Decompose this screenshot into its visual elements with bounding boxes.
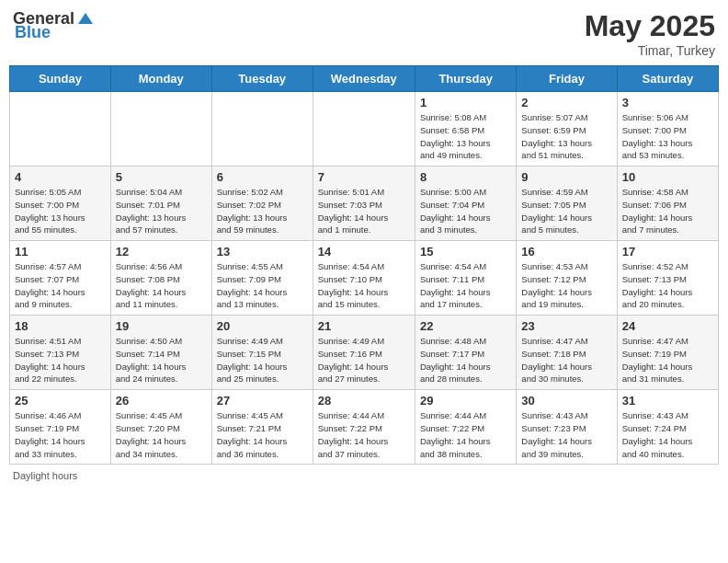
calendar-day-cell: 9Sunrise: 4:59 AMSunset: 7:05 PMDaylight…	[517, 167, 617, 241]
day-info: Sunrise: 4:52 AMSunset: 7:13 PMDaylight:…	[622, 260, 713, 311]
calendar-day-cell: 15Sunrise: 4:54 AMSunset: 7:11 PMDayligh…	[415, 241, 516, 316]
day-number: 18	[15, 319, 106, 333]
day-number: 9	[521, 170, 611, 184]
day-info: Sunrise: 5:00 AMSunset: 7:04 PMDaylight:…	[420, 186, 511, 236]
calendar-day-header: Friday	[517, 66, 617, 92]
day-number: 21	[318, 319, 410, 333]
calendar-day-cell	[313, 92, 415, 167]
day-info: Sunrise: 4:57 AMSunset: 7:07 PMDaylight:…	[15, 260, 106, 311]
calendar-day-cell: 18Sunrise: 4:51 AMSunset: 7:13 PMDayligh…	[10, 316, 111, 390]
calendar-day-cell	[110, 92, 211, 167]
calendar-day-cell: 4Sunrise: 5:05 AMSunset: 7:00 PMDaylight…	[10, 167, 111, 241]
day-number: 27	[217, 394, 308, 408]
logo-icon	[76, 9, 95, 28]
calendar-day-cell: 12Sunrise: 4:56 AMSunset: 7:08 PMDayligh…	[110, 241, 211, 316]
calendar-day-header: Sunday	[10, 66, 111, 92]
calendar-day-cell: 19Sunrise: 4:50 AMSunset: 7:14 PMDayligh…	[110, 316, 211, 390]
day-info: Sunrise: 4:49 AMSunset: 7:15 PMDaylight:…	[217, 335, 308, 385]
day-number: 15	[420, 245, 511, 259]
calendar-day-header: Tuesday	[211, 66, 313, 92]
calendar-week-row: 11Sunrise: 4:57 AMSunset: 7:07 PMDayligh…	[10, 241, 719, 316]
day-info: Sunrise: 4:53 AMSunset: 7:12 PMDaylight:…	[521, 260, 611, 311]
day-info: Sunrise: 4:58 AMSunset: 7:06 PMDaylight:…	[622, 186, 713, 236]
day-number: 20	[217, 319, 308, 333]
calendar-week-row: 4Sunrise: 5:05 AMSunset: 7:00 PMDaylight…	[10, 167, 719, 241]
day-number: 10	[622, 170, 713, 184]
calendar-day-cell: 5Sunrise: 5:04 AMSunset: 7:01 PMDaylight…	[110, 167, 211, 241]
day-number: 12	[116, 245, 207, 259]
day-info: Sunrise: 4:59 AMSunset: 7:05 PMDaylight:…	[521, 186, 611, 236]
day-info: Sunrise: 4:46 AMSunset: 7:19 PMDaylight:…	[15, 409, 106, 460]
calendar-day-cell: 8Sunrise: 5:00 AMSunset: 7:04 PMDaylight…	[415, 167, 516, 241]
day-info: Sunrise: 4:47 AMSunset: 7:18 PMDaylight:…	[521, 335, 611, 385]
calendar-day-cell: 20Sunrise: 4:49 AMSunset: 7:15 PMDayligh…	[211, 316, 313, 390]
day-info: Sunrise: 5:06 AMSunset: 7:00 PMDaylight:…	[622, 111, 713, 162]
page-header: General Blue May 2025 Timar, Turkey	[9, 9, 719, 58]
month-title: May 2025	[585, 9, 715, 43]
calendar-day-cell: 23Sunrise: 4:47 AMSunset: 7:18 PMDayligh…	[517, 316, 617, 390]
day-number: 13	[217, 245, 308, 259]
day-number: 31	[622, 394, 713, 408]
calendar-day-cell: 3Sunrise: 5:06 AMSunset: 7:00 PMDaylight…	[617, 92, 718, 167]
day-info: Sunrise: 5:07 AMSunset: 6:59 PMDaylight:…	[521, 111, 611, 162]
day-number: 19	[116, 319, 207, 333]
footer: Daylight hours	[9, 470, 719, 481]
day-number: 30	[521, 394, 611, 408]
day-info: Sunrise: 5:04 AMSunset: 7:01 PMDaylight:…	[116, 186, 207, 236]
calendar-day-cell: 1Sunrise: 5:08 AMSunset: 6:58 PMDaylight…	[415, 92, 516, 167]
day-info: Sunrise: 4:56 AMSunset: 7:08 PMDaylight:…	[116, 260, 207, 311]
calendar-day-cell: 6Sunrise: 5:02 AMSunset: 7:02 PMDaylight…	[211, 167, 313, 241]
calendar-day-cell: 2Sunrise: 5:07 AMSunset: 6:59 PMDaylight…	[517, 92, 617, 167]
day-info: Sunrise: 4:48 AMSunset: 7:17 PMDaylight:…	[420, 335, 511, 385]
calendar-day-cell: 17Sunrise: 4:52 AMSunset: 7:13 PMDayligh…	[617, 241, 718, 316]
logo: General Blue	[13, 9, 95, 42]
day-number: 22	[420, 319, 511, 333]
calendar-day-cell: 22Sunrise: 4:48 AMSunset: 7:17 PMDayligh…	[415, 316, 516, 390]
day-number: 1	[420, 96, 511, 109]
calendar-week-row: 18Sunrise: 4:51 AMSunset: 7:13 PMDayligh…	[10, 316, 719, 390]
calendar-day-header: Thursday	[415, 66, 516, 92]
calendar-day-cell: 13Sunrise: 4:55 AMSunset: 7:09 PMDayligh…	[211, 241, 313, 316]
day-info: Sunrise: 5:01 AMSunset: 7:03 PMDaylight:…	[318, 186, 410, 236]
day-number: 26	[116, 394, 207, 408]
day-info: Sunrise: 4:43 AMSunset: 7:24 PMDaylight:…	[622, 409, 713, 460]
day-number: 17	[622, 245, 713, 259]
day-number: 28	[318, 394, 410, 408]
day-info: Sunrise: 4:54 AMSunset: 7:11 PMDaylight:…	[420, 260, 511, 311]
day-number: 7	[318, 170, 410, 184]
day-info: Sunrise: 4:55 AMSunset: 7:09 PMDaylight:…	[217, 260, 308, 311]
calendar-day-cell: 16Sunrise: 4:53 AMSunset: 7:12 PMDayligh…	[517, 241, 617, 316]
calendar-day-cell: 10Sunrise: 4:58 AMSunset: 7:06 PMDayligh…	[617, 167, 718, 241]
calendar-day-cell: 14Sunrise: 4:54 AMSunset: 7:10 PMDayligh…	[313, 241, 415, 316]
calendar-day-cell: 31Sunrise: 4:43 AMSunset: 7:24 PMDayligh…	[617, 390, 718, 465]
calendar-day-header: Wednesday	[313, 66, 415, 92]
day-info: Sunrise: 5:02 AMSunset: 7:02 PMDaylight:…	[217, 186, 308, 236]
day-info: Sunrise: 4:47 AMSunset: 7:19 PMDaylight:…	[622, 335, 713, 385]
calendar-day-cell: 24Sunrise: 4:47 AMSunset: 7:19 PMDayligh…	[617, 316, 718, 390]
day-info: Sunrise: 4:50 AMSunset: 7:14 PMDaylight:…	[116, 335, 207, 385]
logo-blue: Blue	[15, 23, 51, 42]
calendar-day-cell: 7Sunrise: 5:01 AMSunset: 7:03 PMDaylight…	[313, 167, 415, 241]
calendar-day-cell: 29Sunrise: 4:44 AMSunset: 7:22 PMDayligh…	[415, 390, 516, 465]
day-number: 11	[15, 245, 106, 259]
day-number: 23	[521, 319, 611, 333]
calendar-day-cell	[211, 92, 313, 167]
day-info: Sunrise: 4:54 AMSunset: 7:10 PMDaylight:…	[318, 260, 410, 311]
calendar-day-header: Saturday	[617, 66, 718, 92]
day-number: 24	[622, 319, 713, 333]
daylight-hours-label: Daylight hours	[13, 470, 77, 481]
day-info: Sunrise: 5:05 AMSunset: 7:00 PMDaylight:…	[15, 186, 106, 236]
day-info: Sunrise: 4:45 AMSunset: 7:21 PMDaylight:…	[217, 409, 308, 460]
calendar-day-cell: 28Sunrise: 4:44 AMSunset: 7:22 PMDayligh…	[313, 390, 415, 465]
day-info: Sunrise: 4:44 AMSunset: 7:22 PMDaylight:…	[318, 409, 410, 460]
calendar-day-cell: 27Sunrise: 4:45 AMSunset: 7:21 PMDayligh…	[211, 390, 313, 465]
calendar-day-cell	[10, 92, 111, 167]
calendar-day-cell: 21Sunrise: 4:49 AMSunset: 7:16 PMDayligh…	[313, 316, 415, 390]
calendar-day-cell: 26Sunrise: 4:45 AMSunset: 7:20 PMDayligh…	[110, 390, 211, 465]
day-number: 2	[521, 96, 611, 109]
calendar-day-cell: 30Sunrise: 4:43 AMSunset: 7:23 PMDayligh…	[517, 390, 617, 465]
day-number: 6	[217, 170, 308, 184]
calendar-day-header: Monday	[110, 66, 211, 92]
day-info: Sunrise: 5:08 AMSunset: 6:58 PMDaylight:…	[420, 111, 511, 162]
day-info: Sunrise: 4:45 AMSunset: 7:20 PMDaylight:…	[116, 409, 207, 460]
